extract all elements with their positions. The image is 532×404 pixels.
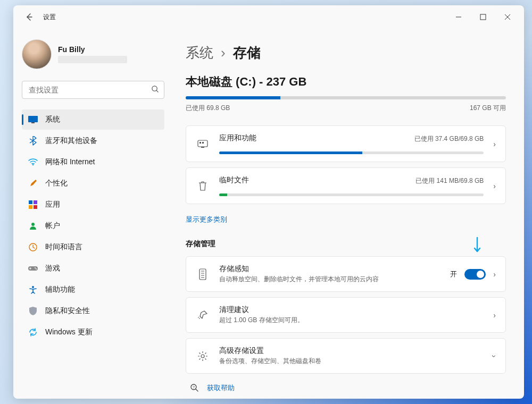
close-icon <box>504 14 511 20</box>
nav-gaming[interactable]: 游戏 <box>22 258 164 279</box>
card-title: 清理建议 <box>219 305 484 315</box>
update-icon <box>28 327 38 337</box>
wifi-icon <box>28 157 38 167</box>
nav-privacy[interactable]: 隐私和安全性 <box>22 301 164 321</box>
search-box <box>22 81 164 99</box>
disk-usage-sub: 已使用 69.8 GB 167 GB 可用 <box>186 104 506 113</box>
svg-rect-8 <box>34 205 37 209</box>
display-icon <box>28 115 38 124</box>
temp-bar <box>219 193 484 196</box>
card-sub: 超过 1.00 GB 存储空间可用。 <box>219 316 484 325</box>
apps-icon <box>28 200 38 209</box>
bluetooth-icon <box>28 136 38 146</box>
trash-icon <box>196 179 210 193</box>
search-icon <box>151 85 159 95</box>
close-button[interactable] <box>495 9 520 26</box>
svg-point-20 <box>201 355 204 358</box>
svg-point-9 <box>31 223 35 226</box>
settings-window: 设置 Fu Billy <box>13 5 524 399</box>
user-block[interactable]: Fu Billy <box>22 39 164 69</box>
brush-icon <box>28 179 38 188</box>
nav-accounts[interactable]: 帐户 <box>22 216 164 236</box>
hint-arrow-icon <box>472 237 482 258</box>
svg-rect-3 <box>31 122 35 123</box>
nav-label: 辅助功能 <box>45 285 75 294</box>
breadcrumb-storage: 存储 <box>233 44 261 62</box>
nav-list: 系统 蓝牙和其他设备 网络和 Internet 个性化 应用 <box>22 110 164 342</box>
arrow-left-icon <box>25 13 34 21</box>
toggle-state-label: 开 <box>450 270 457 279</box>
storage-management-heading: 存储管理 <box>186 239 506 249</box>
back-button[interactable] <box>22 10 37 24</box>
svg-point-14 <box>32 286 34 288</box>
avatar <box>22 39 52 69</box>
clock-icon <box>28 242 38 252</box>
nav-label: 网络和 Internet <box>45 157 95 167</box>
get-help-row: ? 获取帮助 <box>186 383 506 393</box>
minimize-button[interactable] <box>446 9 471 26</box>
sidebar: Fu Billy 系统 蓝牙和其他设备 <box>13 29 173 399</box>
maximize-button[interactable] <box>471 9 495 26</box>
nav-label: 系统 <box>45 115 60 124</box>
apps-features-icon <box>196 137 210 151</box>
breadcrumb: 系统 › 存储 <box>186 44 506 62</box>
card-title: 存储感知 <box>219 264 440 274</box>
disk-used-label: 已使用 69.8 GB <box>186 104 230 113</box>
maximize-icon <box>480 14 486 20</box>
card-title: 高级存储设置 <box>219 346 484 356</box>
nav-system[interactable]: 系统 <box>22 110 164 130</box>
card-sub: 自动释放空间、删除临时文件，并管理本地可用的云内容 <box>219 275 440 284</box>
nav-windows-update[interactable]: Windows 更新 <box>22 322 164 342</box>
svg-rect-0 <box>480 14 486 20</box>
svg-rect-6 <box>34 200 37 204</box>
main-content: 系统 › 存储 本地磁盘 (C:) - 237 GB 已使用 69.8 GB 1… <box>173 29 524 399</box>
get-help-link[interactable]: 获取帮助 <box>207 383 235 393</box>
apps-bar <box>219 152 484 154</box>
storage-temp-card[interactable]: 临时文件 已使用 141 MB/69.8 GB › <box>186 167 506 204</box>
card-title: 应用和功能 <box>219 133 256 143</box>
nav-network[interactable]: 网络和 Internet <box>22 152 164 172</box>
svg-rect-5 <box>29 200 32 204</box>
card-sub: 备份选项、存储空间、其他磁盘和卷 <box>219 357 484 366</box>
chevron-right-icon: › <box>493 140 496 148</box>
svg-point-4 <box>32 164 34 165</box>
shield-icon <box>28 306 38 316</box>
svg-point-12 <box>35 267 36 268</box>
storage-apps-card[interactable]: 应用和功能 已使用 37.4 GB/69.8 GB › <box>186 125 506 162</box>
svg-rect-18 <box>202 142 204 144</box>
chevron-right-icon: › <box>493 311 496 319</box>
broom-icon <box>196 308 210 322</box>
storage-sense-toggle[interactable] <box>464 269 486 280</box>
chevron-right-icon: › <box>493 182 496 190</box>
chevron-right-icon: › <box>221 45 226 61</box>
svg-rect-17 <box>200 142 201 144</box>
nav-bluetooth[interactable]: 蓝牙和其他设备 <box>22 131 164 151</box>
gear-icon <box>196 349 210 363</box>
advanced-storage-card[interactable]: 高级存储设置 备份选项、存储空间、其他磁盘和卷 › <box>186 338 506 374</box>
nav-accessibility[interactable]: 辅助功能 <box>22 280 164 300</box>
nav-label: 隐私和安全性 <box>45 306 90 316</box>
svg-point-1 <box>152 86 157 91</box>
card-title: 临时文件 <box>219 175 249 185</box>
svg-rect-16 <box>201 147 204 148</box>
storage-sense-card[interactable]: 存储感知 自动释放空间、删除临时文件，并管理本地可用的云内容 开 › <box>186 256 506 292</box>
svg-rect-2 <box>28 116 38 122</box>
show-more-categories[interactable]: 显示更多类别 <box>186 215 227 224</box>
nav-label: Windows 更新 <box>45 327 93 337</box>
minimize-icon <box>455 14 462 20</box>
app-title: 设置 <box>43 13 56 22</box>
nav-time-language[interactable]: 时间和语言 <box>22 237 164 257</box>
card-stat: 已使用 37.4 GB/69.8 GB <box>414 134 484 144</box>
nav-apps[interactable]: 应用 <box>22 195 164 215</box>
user-name: Fu Billy <box>58 45 127 54</box>
chevron-down-icon: › <box>491 355 499 357</box>
nav-personalization[interactable]: 个性化 <box>22 173 164 193</box>
disk-usage-fill <box>186 96 280 99</box>
svg-rect-19 <box>200 269 206 280</box>
breadcrumb-system[interactable]: 系统 <box>186 44 213 62</box>
cleanup-suggestions-card[interactable]: 清理建议 超过 1.00 GB 存储空间可用。 › <box>186 297 506 333</box>
person-icon <box>28 221 38 231</box>
help-icon: ? <box>190 383 200 393</box>
svg-point-13 <box>36 268 37 270</box>
search-input[interactable] <box>22 81 164 99</box>
